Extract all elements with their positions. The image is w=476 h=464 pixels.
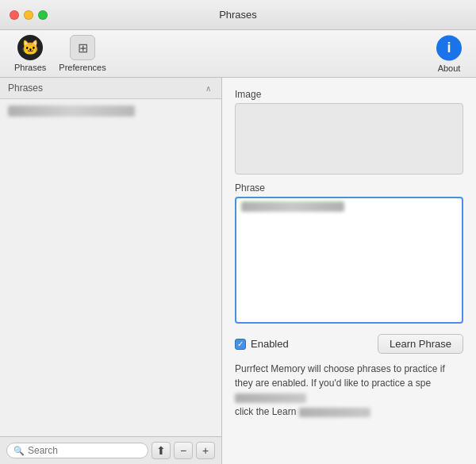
phrase-section: Phrase <box>235 182 463 326</box>
share-icon: ⬆ <box>156 444 166 457</box>
share-button[interactable]: ⬆ <box>152 442 171 459</box>
search-box[interactable]: 🔍 <box>6 443 148 458</box>
left-panel-bottom: 🔍 ⬆ − + <box>0 436 221 464</box>
traffic-lights <box>10 10 48 20</box>
maximize-button[interactable] <box>38 10 48 20</box>
learn-phrase-button[interactable]: Learn Phrase <box>378 334 463 354</box>
minus-button[interactable]: − <box>174 442 193 459</box>
phrase-textarea-container <box>235 197 463 326</box>
image-box <box>235 103 463 174</box>
description-text: Purrfect Memory will choose phrases to p… <box>235 362 463 419</box>
main-content: Phrases ∧ 🔍 ⬆ − + Image <box>0 78 476 464</box>
preferences-label: Preferences <box>59 63 106 72</box>
enabled-label: Enabled <box>251 338 289 350</box>
phrases-section-title: Phrases <box>8 82 43 94</box>
title-bar: Phrases <box>0 0 476 30</box>
window-title: Phrases <box>219 9 257 21</box>
list-item[interactable] <box>0 102 221 120</box>
plus-icon: + <box>202 444 209 457</box>
toolbar-item-phrases[interactable]: 🐱 Phrases <box>8 32 52 75</box>
info-icon: i <box>436 35 462 60</box>
minus-icon: − <box>180 444 186 457</box>
enabled-row: ✓ Enabled Learn Phrase <box>235 334 463 354</box>
close-button[interactable] <box>10 10 19 20</box>
toolbar-item-preferences[interactable]: ⊞ Preferences <box>52 32 112 75</box>
phrase-blurred-text <box>8 105 135 117</box>
about-label: About <box>438 63 461 72</box>
plus-button[interactable]: + <box>196 442 215 459</box>
image-label: Image <box>235 89 463 100</box>
left-panel-header: Phrases ∧ <box>0 78 221 99</box>
about-button[interactable]: i About <box>430 32 468 75</box>
phrase-label: Phrase <box>235 182 463 194</box>
phrase-list <box>0 99 221 436</box>
enabled-checkbox[interactable]: ✓ <box>235 339 246 350</box>
phrases-label: Phrases <box>14 63 46 72</box>
left-panel: Phrases ∧ 🔍 ⬆ − + <box>0 78 222 464</box>
right-panel: Image Phrase ✓ Enabled Learn Phrase Purr… <box>222 78 476 464</box>
enabled-checkbox-label[interactable]: ✓ Enabled <box>235 338 289 350</box>
collapse-button[interactable]: ∧ <box>202 82 213 94</box>
cat-icon: 🐱 <box>17 35 43 60</box>
image-section: Image <box>235 89 463 174</box>
toolbar: 🐱 Phrases ⊞ Preferences i About <box>0 30 476 78</box>
description-blurred <box>235 393 306 403</box>
search-input[interactable] <box>28 445 141 456</box>
minimize-button[interactable] <box>24 10 33 20</box>
description-blurred-2 <box>299 408 370 417</box>
prefs-icon: ⊞ <box>70 35 95 60</box>
search-icon: 🔍 <box>13 446 25 456</box>
phrase-textarea[interactable] <box>235 197 463 324</box>
